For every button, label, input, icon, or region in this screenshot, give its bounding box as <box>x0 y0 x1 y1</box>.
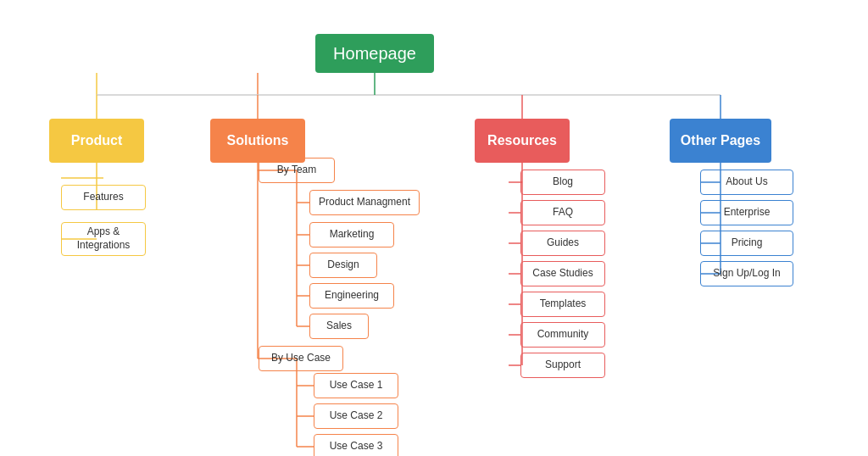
byteam-label: By Team <box>277 164 316 177</box>
uc1-node: Use Case 1 <box>314 373 398 398</box>
solutions-label: Solutions <box>227 132 289 150</box>
pm-label: Product Managment <box>319 196 410 209</box>
aboutus-label: About Us <box>726 175 767 189</box>
otherpages-node: Other Pages <box>670 119 771 163</box>
uc1-label: Use Case 1 <box>330 379 383 392</box>
pricing-label: Pricing <box>732 236 763 250</box>
signup-label: Sign Up/Log In <box>713 267 780 281</box>
resources-node: Resources <box>475 119 570 163</box>
resources-label: Resources <box>487 132 557 150</box>
blog-label: Blog <box>553 175 573 189</box>
pm-node: Product Managment <box>309 190 420 215</box>
uc2-label: Use Case 2 <box>330 409 383 423</box>
community-node: Community <box>520 322 605 348</box>
templates-node: Templates <box>520 292 605 317</box>
sales-label: Sales <box>326 320 352 333</box>
engineering-node: Engineering <box>309 283 394 309</box>
design-node: Design <box>309 253 377 278</box>
apps-node: Apps & Integrations <box>61 222 146 256</box>
enterprise-node: Enterprise <box>700 200 793 225</box>
marketing-label: Marketing <box>330 228 375 242</box>
signup-node: Sign Up/Log In <box>700 261 793 286</box>
apps-label: Apps & Integrations <box>62 225 145 252</box>
uc3-node: Use Case 3 <box>314 434 398 456</box>
byteam-node: By Team <box>259 158 335 183</box>
templates-label: Templates <box>540 298 587 311</box>
byusecase-node: By Use Case <box>259 346 343 371</box>
faq-node: FAQ <box>520 200 605 225</box>
design-label: Design <box>327 259 359 272</box>
byusecase-label: By Use Case <box>271 352 331 365</box>
faq-label: FAQ <box>553 206 573 220</box>
guides-label: Guides <box>547 236 579 250</box>
casestudies-label: Case Studies <box>532 267 593 281</box>
solutions-node: Solutions <box>210 119 305 163</box>
uc2-node: Use Case 2 <box>314 403 398 429</box>
guides-node: Guides <box>520 231 605 256</box>
homepage-node: Homepage <box>315 34 434 73</box>
aboutus-node: About Us <box>700 170 793 195</box>
product-node: Product <box>49 119 144 163</box>
pricing-node: Pricing <box>700 231 793 256</box>
community-label: Community <box>537 328 589 342</box>
sales-node: Sales <box>309 314 369 339</box>
uc3-label: Use Case 3 <box>330 440 383 453</box>
marketing-node: Marketing <box>309 222 394 247</box>
homepage-label: Homepage <box>333 42 416 64</box>
features-label: Features <box>83 191 123 204</box>
otherpages-label: Other Pages <box>681 132 760 150</box>
sitemap-diagram: Homepage Product Solutions Resources Oth… <box>0 0 868 456</box>
engineering-label: Engineering <box>325 289 379 303</box>
blog-node: Blog <box>520 170 605 195</box>
casestudies-node: Case Studies <box>520 261 605 286</box>
product-label: Product <box>71 132 122 150</box>
support-label: Support <box>545 359 581 372</box>
features-node: Features <box>61 185 146 210</box>
support-node: Support <box>520 353 605 378</box>
enterprise-label: Enterprise <box>724 206 771 220</box>
